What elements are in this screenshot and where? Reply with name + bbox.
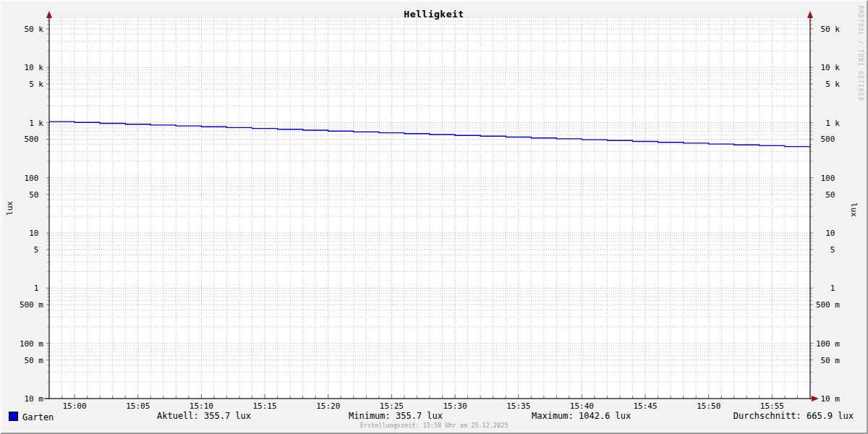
y-tick-label-left: 10 [29,229,43,238]
y-tick-label-left: 10 k [25,63,44,72]
y-tick-label-right: 500 [821,135,841,144]
y-tick-label-left: 10 m [25,394,44,404]
creation-timestamp: Erstellungszeit: 15:58 Uhr am 25.12.2025 [1,422,867,429]
stat-durchschnitt: Durchschnitt: 665.9 lux [733,412,854,421]
y-tick-label-right: 50 [825,190,840,200]
y-tick-label-left: 50 [29,190,43,200]
y-tick-label-left: 1 [34,284,43,293]
series-color-swatch [9,412,18,421]
legend-series-entry: Garten [9,412,54,422]
x-tick-label: 15:55 [760,401,784,411]
x-tick-label: 15:40 [570,401,594,411]
y-tick-label-right: 500 m [816,300,840,310]
y-tick-label-left: 50 m [25,356,44,365]
y-tick-label-left: 100 m [20,339,43,349]
stat-aktuell: Aktuell: 355.7 lux [157,412,251,421]
x-tick-label: 15:25 [380,401,404,411]
chart-title: Helligkeit [1,9,867,20]
x-tick-label: 15:45 [634,401,658,411]
y-tick-label-right: 10 m [821,394,841,404]
x-tick-label: 15:15 [253,401,277,411]
y-tick-label-left: 50 k [25,25,44,34]
legend: Garten Aktuell: 355.7 lux Minimum: 355.7… [1,412,867,422]
rrd-graph-helligkeit: 50 k50 k10 k10 k5 k5 k1 k1 k500 500 100 … [0,0,868,434]
y-tick-label-right: 5 [830,245,840,255]
y-tick-label-right: 10 k [821,63,841,72]
y-tick-label-left: 5 k [29,80,43,89]
x-tick-label: 15:20 [316,401,340,411]
y-tick-label-right: 100 [821,174,841,183]
y-tick-label-right: 100 m [816,339,840,349]
x-tick-label: 15:35 [506,401,530,411]
y-axis-label-right: lux [846,199,861,221]
x-tick-label: 15:00 [63,401,87,411]
x-tick-label: 15:10 [190,401,213,411]
y-tick-label-right: 1 k [825,119,840,128]
y-tick-label-left: 500 [25,135,44,144]
plot-area: 50 k50 k10 k10 k5 k5 k1 k1 k500 500 100 … [1,1,867,433]
x-tick-label: 15:50 [697,401,720,411]
y-axis-label-left: lux [3,197,17,219]
watermark: RRDTOOL / TOBI OETIKER [857,6,864,101]
y-tick-label-right: 50 m [821,356,841,365]
x-tick-label: 15:30 [443,401,467,411]
y-tick-label-left: 5 [34,245,43,255]
y-tick-label-right: 10 [825,229,840,238]
x-axis-arrow-icon [812,396,819,401]
stat-minimum: Minimum: 355.7 lux [349,412,443,421]
x-tick-label: 15:05 [126,401,150,411]
series-label: Garten [22,412,54,422]
y-tick-label-left: 100 [25,174,44,183]
y-tick-label-right: 5 k [825,80,840,89]
y-tick-label-left: 500 m [20,300,43,310]
stat-maximum: Maximum: 1042.6 lux [532,412,631,421]
y-tick-label-left: 1 k [29,119,43,128]
y-tick-label-right: 50 k [821,25,841,34]
y-tick-label-right: 1 [830,284,840,293]
